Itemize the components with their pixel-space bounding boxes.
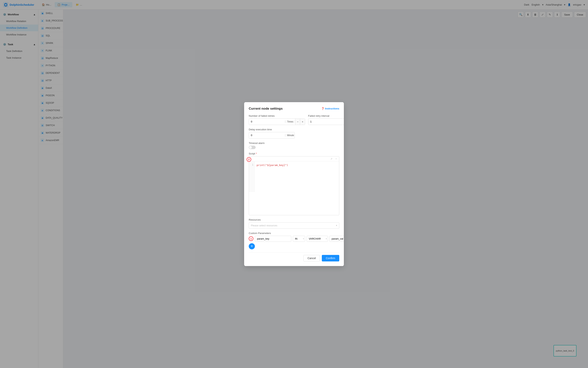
param-row-0: 1 IN OUT VARCHAR INTEGER LONG FLOAT DO (249, 236, 339, 242)
script-content[interactable]: print("${param_key}") (255, 161, 339, 192)
delay-execution-input[interactable] (249, 132, 285, 138)
modal: Current node settings ❓ Instructions Num… (244, 102, 344, 266)
script-toolbar: ⤢ − (249, 156, 339, 161)
failed-retries-label: Number of failed retries (249, 114, 305, 117)
script-minimize-btn[interactable]: − (335, 157, 337, 160)
retries-row: Number of failed retries Times − + Faile… (249, 114, 339, 125)
param-direction-select[interactable]: IN OUT (293, 236, 305, 242)
retry-interval-input[interactable] (308, 119, 344, 124)
instructions-button[interactable]: ❓ Instructions (321, 107, 339, 110)
failed-retries-input-group: Times − + (249, 119, 305, 125)
timeout-alarm-label: Timeout alarm (249, 142, 339, 145)
resources-arrow-icon: ▾ (336, 224, 337, 227)
retry-interval-label: Failed retry interval (308, 114, 344, 117)
delay-execution-group: Delay execution time Minute − + (249, 128, 339, 138)
failed-retries-unit: Times (285, 120, 295, 123)
delay-execution-unit: Minute (285, 134, 295, 137)
toggle-knob (249, 146, 252, 149)
script-empty-area[interactable] (249, 192, 339, 215)
retry-interval-group: Failed retry interval Minute − + (308, 114, 344, 125)
script-label: Script * (249, 152, 339, 155)
failed-retries-increment[interactable]: + (300, 119, 305, 125)
timeout-alarm-group: Timeout alarm (249, 142, 339, 149)
failed-retries-stepper: − + (295, 119, 305, 125)
script-body: 1 print("${param_key}") (249, 161, 339, 192)
timeout-alarm-toggle[interactable] (249, 146, 256, 149)
script-group: Script * 2 ⤢ − 1 print("${param_key}") (249, 152, 339, 215)
failed-retries-input[interactable] (249, 119, 285, 124)
resources-select[interactable]: Please select resources ▾ (249, 222, 339, 229)
modal-overlay: Current node settings ❓ Instructions Num… (0, 0, 588, 368)
script-required: * (256, 152, 257, 155)
param-key-input[interactable] (255, 236, 291, 242)
param-badge-0: 1 (249, 236, 253, 241)
line-numbers: 1 (249, 161, 255, 192)
cancel-button[interactable]: Cancel (303, 255, 320, 261)
modal-footer: Cancel Confirm (249, 252, 339, 261)
failed-retries-group: Number of failed retries Times − + (249, 114, 305, 125)
line-number-1: 1 (250, 163, 253, 167)
custom-params-group: Custom Parameters 1 IN OUT VARCHAR INTEG… (249, 232, 339, 249)
failed-retries-decrement[interactable]: − (295, 119, 300, 125)
question-icon: ❓ (321, 107, 324, 110)
retry-interval-input-group: Minute − + (308, 119, 344, 125)
modal-title-text: Current node settings (249, 107, 283, 110)
modal-header: Current node settings ❓ Instructions (249, 107, 339, 110)
delay-execution-input-group: Minute − + (249, 132, 295, 138)
resources-group: Resources Please select resources ▾ (249, 218, 339, 229)
param-value-input[interactable] (329, 236, 344, 242)
custom-params-label: Custom Parameters (249, 232, 339, 235)
resources-label: Resources (249, 218, 339, 221)
script-area: 2 ⤢ − 1 print("${param_key}") (249, 156, 339, 215)
delay-execution-label: Delay execution time (249, 128, 339, 131)
resources-placeholder: Please select resources (251, 224, 277, 227)
param-type-select[interactable]: VARCHAR INTEGER LONG FLOAT DOUBLE DATE T… (307, 236, 328, 242)
confirm-button[interactable]: Confirm (322, 255, 339, 261)
param-direction-wrap: IN OUT (293, 236, 305, 242)
script-badge: 2 (247, 157, 251, 162)
add-param-button[interactable]: + (249, 243, 255, 249)
param-type-wrap: VARCHAR INTEGER LONG FLOAT DOUBLE DATE T… (307, 236, 328, 242)
script-maximize-btn[interactable]: ⤢ (330, 157, 333, 160)
